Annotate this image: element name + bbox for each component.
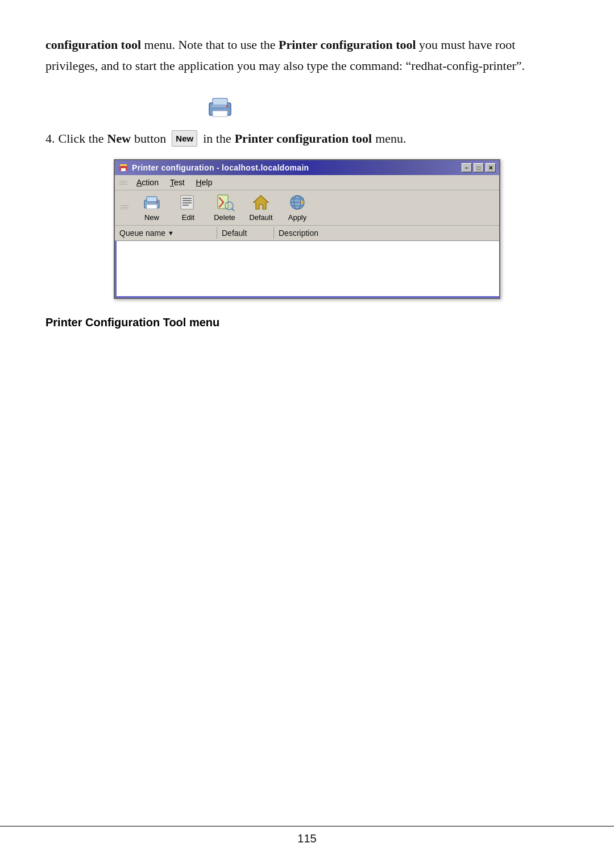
default-label: Default [249,213,272,222]
apply-label: Apply [288,213,307,222]
default-col-label: Default [222,229,247,238]
window-caption: Printer Configuration Tool menu [45,316,569,329]
titlebar-printer-icon [118,163,128,173]
svg-line-19 [232,209,234,211]
col-header-default[interactable]: Default [217,227,274,239]
new-button-inline: New [172,130,197,147]
menu-action[interactable]: Action [131,176,164,189]
svg-rect-3 [211,105,229,107]
page-number: 115 [297,832,316,845]
printer-icon-block [45,93,569,121]
svg-rect-7 [121,168,126,171]
col-header-description[interactable]: Description [274,227,499,239]
bold-config-tool-1: configuration tool [45,38,141,52]
toolbar-edit-button[interactable]: Edit [174,193,202,222]
step-text-1: Click the [59,128,104,149]
svg-rect-12 [181,196,193,209]
toolbar-new-button[interactable]: New [138,193,166,222]
toolbar-delete-button[interactable]: Delete [210,193,239,222]
step-text-4: menu. [375,128,406,149]
delete-icon [214,193,235,212]
printer-icon-large [205,93,235,121]
svg-rect-2 [213,111,227,117]
close-button[interactable]: ✕ [486,163,496,172]
window-toolbar: New Edit [115,190,499,226]
new-label: New [144,213,159,222]
page-footer: 115 [0,826,614,845]
menu-test[interactable]: Test [164,176,190,189]
step-text-2: button [134,128,166,149]
toolbar-apply-button[interactable]: Apply [283,193,312,222]
page-content: configuration tool menu. Note that to us… [0,0,614,377]
queue-col-label: Queue name [119,229,165,238]
step-new-bold: New [107,128,131,149]
default-icon [251,193,271,212]
window-controls: − □ ✕ [462,163,496,172]
bold-printer-config: Printer configuration tool [279,38,416,52]
minimize-button[interactable]: − [462,163,472,172]
svg-point-11 [156,202,158,203]
delete-label: Delete [214,213,235,222]
printer-config-window: Printer configuration - localhost.locald… [114,159,500,299]
toolbar-default-button[interactable]: Default [247,193,275,222]
window-titlebar: Printer configuration - localhost.locald… [115,160,499,175]
svg-rect-9 [147,197,157,202]
step-number: 4. [45,128,55,149]
svg-rect-10 [147,205,157,209]
window-menubar: Action Test Help [115,175,499,190]
new-icon [142,193,162,212]
edit-label: Edit [182,213,194,222]
maximize-button[interactable]: □ [474,163,484,172]
printer-list-body [115,241,499,298]
window-title: Printer configuration - localhost.locald… [132,163,458,172]
step-text-3: in the [203,128,231,149]
list-header: Queue name ▼ Default Description [115,226,499,241]
menu-help[interactable]: Help [190,176,218,189]
intro-span-2: menu. Note that to use the [141,38,279,52]
step-4-line: 4. Click the New button New in the Print… [45,128,569,149]
svg-marker-20 [254,196,268,209]
svg-rect-1 [213,98,227,105]
intro-paragraph: configuration tool menu. Note that to us… [45,34,569,77]
queue-sort-arrow: ▼ [168,230,174,236]
description-col-label: Description [279,229,318,238]
step-tool-bold: Printer configuration tool [235,128,372,149]
edit-icon [178,193,198,212]
col-header-queue[interactable]: Queue name ▼ [115,227,217,239]
apply-icon [287,193,308,212]
svg-point-4 [226,105,229,107]
